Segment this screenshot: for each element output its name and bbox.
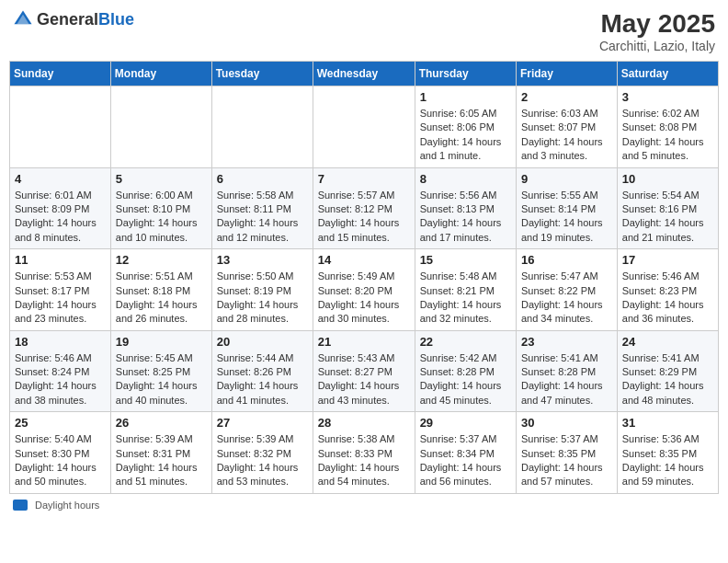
page-header: GeneralBlue May 2025 Carchitti, Lazio, I… xyxy=(9,9,719,53)
calendar-cell: 4Sunrise: 6:01 AM Sunset: 8:09 PM Daylig… xyxy=(10,167,111,249)
legend: Daylight hours xyxy=(9,500,719,511)
calendar-week-row: 11Sunrise: 5:53 AM Sunset: 8:17 PM Dayli… xyxy=(10,249,719,331)
day-info: Sunrise: 6:01 AM Sunset: 8:09 PM Dayligh… xyxy=(15,189,106,246)
day-number: 31 xyxy=(622,416,713,430)
day-number: 23 xyxy=(521,335,612,349)
calendar-cell: 18Sunrise: 5:46 AM Sunset: 8:24 PM Dayli… xyxy=(10,330,111,412)
day-number: 9 xyxy=(521,172,612,186)
day-info: Sunrise: 5:54 AM Sunset: 8:16 PM Dayligh… xyxy=(622,189,713,246)
day-of-week-header: Sunday xyxy=(10,62,111,86)
calendar-cell: 10Sunrise: 5:54 AM Sunset: 8:16 PM Dayli… xyxy=(617,167,718,249)
calendar-cell: 22Sunrise: 5:42 AM Sunset: 8:28 PM Dayli… xyxy=(415,330,516,412)
calendar-cell xyxy=(110,86,211,168)
day-info: Sunrise: 5:41 AM Sunset: 8:29 PM Dayligh… xyxy=(622,351,713,408)
calendar-cell: 29Sunrise: 5:37 AM Sunset: 8:34 PM Dayli… xyxy=(415,412,516,494)
day-number: 20 xyxy=(217,335,308,349)
day-number: 3 xyxy=(622,90,713,104)
calendar-cell: 25Sunrise: 5:40 AM Sunset: 8:30 PM Dayli… xyxy=(10,412,111,494)
title-block: May 2025 Carchitti, Lazio, Italy xyxy=(599,9,715,53)
calendar-week-row: 1Sunrise: 6:05 AM Sunset: 8:06 PM Daylig… xyxy=(10,86,719,168)
day-info: Sunrise: 5:42 AM Sunset: 8:28 PM Dayligh… xyxy=(420,351,511,408)
calendar-cell xyxy=(313,86,415,168)
day-info: Sunrise: 5:53 AM Sunset: 8:17 PM Dayligh… xyxy=(15,270,106,327)
day-info: Sunrise: 5:39 AM Sunset: 8:31 PM Dayligh… xyxy=(116,432,207,489)
day-info: Sunrise: 5:48 AM Sunset: 8:21 PM Dayligh… xyxy=(420,270,511,327)
day-of-week-header: Saturday xyxy=(617,62,718,86)
day-of-week-header: Tuesday xyxy=(211,62,313,86)
day-info: Sunrise: 6:03 AM Sunset: 8:07 PM Dayligh… xyxy=(521,107,612,164)
day-info: Sunrise: 5:44 AM Sunset: 8:26 PM Dayligh… xyxy=(217,351,308,408)
calendar-cell: 19Sunrise: 5:45 AM Sunset: 8:25 PM Dayli… xyxy=(110,330,211,412)
calendar-cell: 1Sunrise: 6:05 AM Sunset: 8:06 PM Daylig… xyxy=(415,86,516,168)
calendar-cell: 16Sunrise: 5:47 AM Sunset: 8:22 PM Dayli… xyxy=(516,249,617,331)
day-info: Sunrise: 5:46 AM Sunset: 8:24 PM Dayligh… xyxy=(15,351,106,408)
calendar-table: SundayMondayTuesdayWednesdayThursdayFrid… xyxy=(9,61,719,494)
day-info: Sunrise: 5:55 AM Sunset: 8:14 PM Dayligh… xyxy=(521,189,612,246)
day-info: Sunrise: 5:56 AM Sunset: 8:13 PM Dayligh… xyxy=(420,189,511,246)
calendar-cell: 23Sunrise: 5:41 AM Sunset: 8:28 PM Dayli… xyxy=(516,330,617,412)
day-number: 25 xyxy=(15,416,106,430)
calendar-cell: 2Sunrise: 6:03 AM Sunset: 8:07 PM Daylig… xyxy=(516,86,617,168)
day-number: 21 xyxy=(318,335,410,349)
calendar-cell xyxy=(211,86,313,168)
calendar-cell: 30Sunrise: 5:37 AM Sunset: 8:35 PM Dayli… xyxy=(516,412,617,494)
day-number: 11 xyxy=(15,253,106,267)
day-number: 26 xyxy=(116,416,207,430)
day-number: 16 xyxy=(521,253,612,267)
calendar-header-row: SundayMondayTuesdayWednesdayThursdayFrid… xyxy=(10,62,719,86)
day-info: Sunrise: 5:40 AM Sunset: 8:30 PM Dayligh… xyxy=(15,432,106,489)
day-number: 22 xyxy=(420,335,511,349)
calendar-cell: 15Sunrise: 5:48 AM Sunset: 8:21 PM Dayli… xyxy=(415,249,516,331)
day-of-week-header: Friday xyxy=(516,62,617,86)
day-number: 17 xyxy=(622,253,713,267)
day-number: 6 xyxy=(217,172,308,186)
calendar-week-row: 25Sunrise: 5:40 AM Sunset: 8:30 PM Dayli… xyxy=(10,412,719,494)
day-number: 15 xyxy=(420,253,511,267)
calendar-cell xyxy=(10,86,111,168)
calendar-week-row: 18Sunrise: 5:46 AM Sunset: 8:24 PM Dayli… xyxy=(10,330,719,412)
day-number: 8 xyxy=(420,172,511,186)
calendar-cell: 7Sunrise: 5:57 AM Sunset: 8:12 PM Daylig… xyxy=(313,167,415,249)
day-info: Sunrise: 5:50 AM Sunset: 8:19 PM Dayligh… xyxy=(217,270,308,327)
calendar-location: Carchitti, Lazio, Italy xyxy=(599,39,715,53)
calendar-cell: 5Sunrise: 6:00 AM Sunset: 8:10 PM Daylig… xyxy=(110,167,211,249)
day-info: Sunrise: 6:02 AM Sunset: 8:08 PM Dayligh… xyxy=(622,107,713,164)
calendar-cell: 28Sunrise: 5:38 AM Sunset: 8:33 PM Dayli… xyxy=(313,412,415,494)
day-of-week-header: Monday xyxy=(110,62,211,86)
day-of-week-header: Wednesday xyxy=(313,62,415,86)
calendar-cell: 9Sunrise: 5:55 AM Sunset: 8:14 PM Daylig… xyxy=(516,167,617,249)
calendar-week-row: 4Sunrise: 6:01 AM Sunset: 8:09 PM Daylig… xyxy=(10,167,719,249)
day-number: 14 xyxy=(318,253,410,267)
day-number: 4 xyxy=(15,172,106,186)
day-of-week-header: Thursday xyxy=(415,62,516,86)
calendar-cell: 3Sunrise: 6:02 AM Sunset: 8:08 PM Daylig… xyxy=(617,86,718,168)
day-info: Sunrise: 5:46 AM Sunset: 8:23 PM Dayligh… xyxy=(622,270,713,327)
calendar-cell: 21Sunrise: 5:43 AM Sunset: 8:27 PM Dayli… xyxy=(313,330,415,412)
day-number: 19 xyxy=(116,335,207,349)
calendar-cell: 11Sunrise: 5:53 AM Sunset: 8:17 PM Dayli… xyxy=(10,249,111,331)
calendar-cell: 14Sunrise: 5:49 AM Sunset: 8:20 PM Dayli… xyxy=(313,249,415,331)
day-number: 2 xyxy=(521,90,612,104)
day-number: 24 xyxy=(622,335,713,349)
day-number: 1 xyxy=(420,90,511,104)
day-number: 28 xyxy=(318,416,410,430)
logo-blue: Blue xyxy=(98,10,134,29)
day-info: Sunrise: 5:58 AM Sunset: 8:11 PM Dayligh… xyxy=(217,189,308,246)
calendar-cell: 20Sunrise: 5:44 AM Sunset: 8:26 PM Dayli… xyxy=(211,330,313,412)
logo-icon xyxy=(13,9,33,29)
day-number: 27 xyxy=(217,416,308,430)
calendar-cell: 27Sunrise: 5:39 AM Sunset: 8:32 PM Dayli… xyxy=(211,412,313,494)
day-info: Sunrise: 5:45 AM Sunset: 8:25 PM Dayligh… xyxy=(116,351,207,408)
day-info: Sunrise: 5:57 AM Sunset: 8:12 PM Dayligh… xyxy=(318,189,410,246)
day-info: Sunrise: 5:41 AM Sunset: 8:28 PM Dayligh… xyxy=(521,351,612,408)
calendar-cell: 12Sunrise: 5:51 AM Sunset: 8:18 PM Dayli… xyxy=(110,249,211,331)
calendar-cell: 31Sunrise: 5:36 AM Sunset: 8:35 PM Dayli… xyxy=(617,412,718,494)
day-info: Sunrise: 5:43 AM Sunset: 8:27 PM Dayligh… xyxy=(318,351,410,408)
day-number: 10 xyxy=(622,172,713,186)
day-info: Sunrise: 5:36 AM Sunset: 8:35 PM Dayligh… xyxy=(622,432,713,489)
day-number: 5 xyxy=(116,172,207,186)
calendar-cell: 17Sunrise: 5:46 AM Sunset: 8:23 PM Dayli… xyxy=(617,249,718,331)
day-number: 30 xyxy=(521,416,612,430)
calendar-cell: 24Sunrise: 5:41 AM Sunset: 8:29 PM Dayli… xyxy=(617,330,718,412)
day-info: Sunrise: 5:51 AM Sunset: 8:18 PM Dayligh… xyxy=(116,270,207,327)
